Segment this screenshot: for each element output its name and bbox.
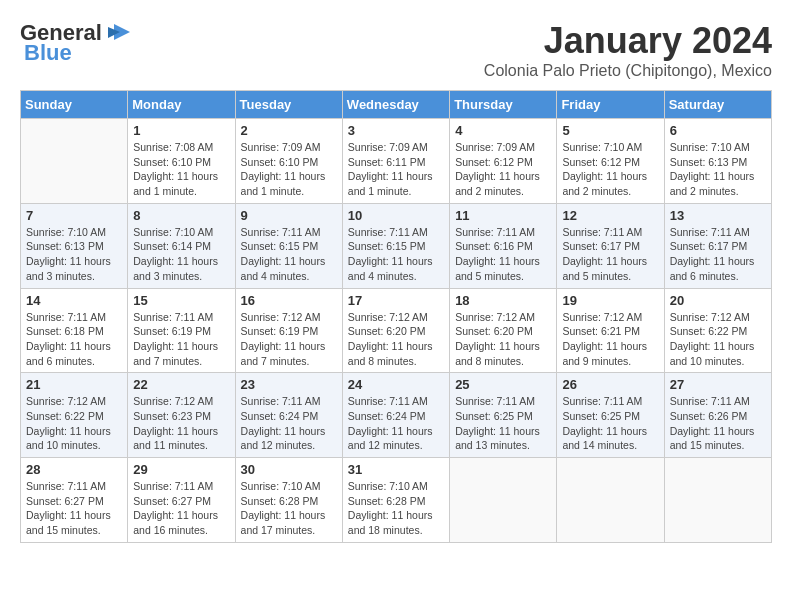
day-info: Sunrise: 7:09 AM Sunset: 6:12 PM Dayligh… — [455, 140, 551, 199]
day-number: 30 — [241, 462, 337, 477]
calendar-table: SundayMondayTuesdayWednesdayThursdayFrid… — [20, 90, 772, 543]
month-title: January 2024 — [484, 20, 772, 62]
day-info: Sunrise: 7:11 AM Sunset: 6:25 PM Dayligh… — [455, 394, 551, 453]
day-info: Sunrise: 7:11 AM Sunset: 6:15 PM Dayligh… — [348, 225, 444, 284]
day-number: 24 — [348, 377, 444, 392]
day-number: 19 — [562, 293, 658, 308]
day-info: Sunrise: 7:11 AM Sunset: 6:17 PM Dayligh… — [562, 225, 658, 284]
logo-icon — [104, 22, 132, 44]
day-info: Sunrise: 7:11 AM Sunset: 6:18 PM Dayligh… — [26, 310, 122, 369]
day-number: 27 — [670, 377, 766, 392]
calendar-cell — [664, 458, 771, 543]
day-number: 26 — [562, 377, 658, 392]
day-info: Sunrise: 7:12 AM Sunset: 6:23 PM Dayligh… — [133, 394, 229, 453]
day-number: 2 — [241, 123, 337, 138]
calendar-cell: 29Sunrise: 7:11 AM Sunset: 6:27 PM Dayli… — [128, 458, 235, 543]
calendar-body: 1Sunrise: 7:08 AM Sunset: 6:10 PM Daylig… — [21, 119, 772, 543]
calendar-cell: 26Sunrise: 7:11 AM Sunset: 6:25 PM Dayli… — [557, 373, 664, 458]
calendar-week-row: 21Sunrise: 7:12 AM Sunset: 6:22 PM Dayli… — [21, 373, 772, 458]
calendar-header-monday: Monday — [128, 91, 235, 119]
day-number: 29 — [133, 462, 229, 477]
calendar-cell: 4Sunrise: 7:09 AM Sunset: 6:12 PM Daylig… — [450, 119, 557, 204]
day-number: 20 — [670, 293, 766, 308]
day-info: Sunrise: 7:11 AM Sunset: 6:26 PM Dayligh… — [670, 394, 766, 453]
calendar-cell: 25Sunrise: 7:11 AM Sunset: 6:25 PM Dayli… — [450, 373, 557, 458]
day-number: 9 — [241, 208, 337, 223]
calendar-cell — [21, 119, 128, 204]
day-info: Sunrise: 7:12 AM Sunset: 6:22 PM Dayligh… — [670, 310, 766, 369]
calendar-cell: 20Sunrise: 7:12 AM Sunset: 6:22 PM Dayli… — [664, 288, 771, 373]
calendar-cell: 11Sunrise: 7:11 AM Sunset: 6:16 PM Dayli… — [450, 203, 557, 288]
calendar-cell: 13Sunrise: 7:11 AM Sunset: 6:17 PM Dayli… — [664, 203, 771, 288]
day-info: Sunrise: 7:11 AM Sunset: 6:24 PM Dayligh… — [241, 394, 337, 453]
day-info: Sunrise: 7:11 AM Sunset: 6:25 PM Dayligh… — [562, 394, 658, 453]
day-number: 8 — [133, 208, 229, 223]
day-info: Sunrise: 7:08 AM Sunset: 6:10 PM Dayligh… — [133, 140, 229, 199]
day-number: 23 — [241, 377, 337, 392]
calendar-header-tuesday: Tuesday — [235, 91, 342, 119]
day-number: 11 — [455, 208, 551, 223]
calendar-cell: 14Sunrise: 7:11 AM Sunset: 6:18 PM Dayli… — [21, 288, 128, 373]
day-number: 3 — [348, 123, 444, 138]
day-number: 21 — [26, 377, 122, 392]
logo-blue: Blue — [24, 40, 72, 66]
day-number: 10 — [348, 208, 444, 223]
day-number: 6 — [670, 123, 766, 138]
calendar-week-row: 14Sunrise: 7:11 AM Sunset: 6:18 PM Dayli… — [21, 288, 772, 373]
calendar-cell — [557, 458, 664, 543]
calendar-cell: 16Sunrise: 7:12 AM Sunset: 6:19 PM Dayli… — [235, 288, 342, 373]
calendar-week-row: 28Sunrise: 7:11 AM Sunset: 6:27 PM Dayli… — [21, 458, 772, 543]
calendar-header-friday: Friday — [557, 91, 664, 119]
calendar-header-row: SundayMondayTuesdayWednesdayThursdayFrid… — [21, 91, 772, 119]
title-section: January 2024 Colonia Palo Prieto (Chipit… — [484, 20, 772, 80]
logo: General Blue — [20, 20, 132, 66]
day-info: Sunrise: 7:10 AM Sunset: 6:14 PM Dayligh… — [133, 225, 229, 284]
calendar-cell: 24Sunrise: 7:11 AM Sunset: 6:24 PM Dayli… — [342, 373, 449, 458]
calendar-week-row: 1Sunrise: 7:08 AM Sunset: 6:10 PM Daylig… — [21, 119, 772, 204]
day-info: Sunrise: 7:12 AM Sunset: 6:22 PM Dayligh… — [26, 394, 122, 453]
calendar-cell: 5Sunrise: 7:10 AM Sunset: 6:12 PM Daylig… — [557, 119, 664, 204]
day-info: Sunrise: 7:10 AM Sunset: 6:13 PM Dayligh… — [670, 140, 766, 199]
day-number: 25 — [455, 377, 551, 392]
calendar-cell: 2Sunrise: 7:09 AM Sunset: 6:10 PM Daylig… — [235, 119, 342, 204]
day-info: Sunrise: 7:11 AM Sunset: 6:24 PM Dayligh… — [348, 394, 444, 453]
day-info: Sunrise: 7:12 AM Sunset: 6:21 PM Dayligh… — [562, 310, 658, 369]
calendar-cell: 8Sunrise: 7:10 AM Sunset: 6:14 PM Daylig… — [128, 203, 235, 288]
calendar-cell: 17Sunrise: 7:12 AM Sunset: 6:20 PM Dayli… — [342, 288, 449, 373]
day-info: Sunrise: 7:11 AM Sunset: 6:15 PM Dayligh… — [241, 225, 337, 284]
day-number: 17 — [348, 293, 444, 308]
day-number: 22 — [133, 377, 229, 392]
calendar-header-sunday: Sunday — [21, 91, 128, 119]
location-title: Colonia Palo Prieto (Chipitongo), Mexico — [484, 62, 772, 80]
day-info: Sunrise: 7:10 AM Sunset: 6:13 PM Dayligh… — [26, 225, 122, 284]
calendar-cell: 27Sunrise: 7:11 AM Sunset: 6:26 PM Dayli… — [664, 373, 771, 458]
calendar-cell: 12Sunrise: 7:11 AM Sunset: 6:17 PM Dayli… — [557, 203, 664, 288]
calendar-header-saturday: Saturday — [664, 91, 771, 119]
day-info: Sunrise: 7:11 AM Sunset: 6:17 PM Dayligh… — [670, 225, 766, 284]
calendar-cell: 30Sunrise: 7:10 AM Sunset: 6:28 PM Dayli… — [235, 458, 342, 543]
day-number: 12 — [562, 208, 658, 223]
calendar-header-thursday: Thursday — [450, 91, 557, 119]
day-info: Sunrise: 7:12 AM Sunset: 6:20 PM Dayligh… — [348, 310, 444, 369]
calendar-cell: 22Sunrise: 7:12 AM Sunset: 6:23 PM Dayli… — [128, 373, 235, 458]
day-info: Sunrise: 7:12 AM Sunset: 6:19 PM Dayligh… — [241, 310, 337, 369]
calendar-cell: 21Sunrise: 7:12 AM Sunset: 6:22 PM Dayli… — [21, 373, 128, 458]
day-info: Sunrise: 7:09 AM Sunset: 6:10 PM Dayligh… — [241, 140, 337, 199]
day-info: Sunrise: 7:11 AM Sunset: 6:27 PM Dayligh… — [26, 479, 122, 538]
calendar-cell: 19Sunrise: 7:12 AM Sunset: 6:21 PM Dayli… — [557, 288, 664, 373]
day-number: 4 — [455, 123, 551, 138]
day-info: Sunrise: 7:10 AM Sunset: 6:28 PM Dayligh… — [348, 479, 444, 538]
calendar-cell: 7Sunrise: 7:10 AM Sunset: 6:13 PM Daylig… — [21, 203, 128, 288]
day-number: 16 — [241, 293, 337, 308]
day-number: 28 — [26, 462, 122, 477]
day-number: 7 — [26, 208, 122, 223]
calendar-cell: 3Sunrise: 7:09 AM Sunset: 6:11 PM Daylig… — [342, 119, 449, 204]
calendar-cell: 6Sunrise: 7:10 AM Sunset: 6:13 PM Daylig… — [664, 119, 771, 204]
calendar-cell — [450, 458, 557, 543]
day-info: Sunrise: 7:11 AM Sunset: 6:27 PM Dayligh… — [133, 479, 229, 538]
day-info: Sunrise: 7:10 AM Sunset: 6:12 PM Dayligh… — [562, 140, 658, 199]
calendar-cell: 28Sunrise: 7:11 AM Sunset: 6:27 PM Dayli… — [21, 458, 128, 543]
page-header: General Blue January 2024 Colonia Palo P… — [20, 20, 772, 80]
calendar-header-wednesday: Wednesday — [342, 91, 449, 119]
calendar-cell: 15Sunrise: 7:11 AM Sunset: 6:19 PM Dayli… — [128, 288, 235, 373]
